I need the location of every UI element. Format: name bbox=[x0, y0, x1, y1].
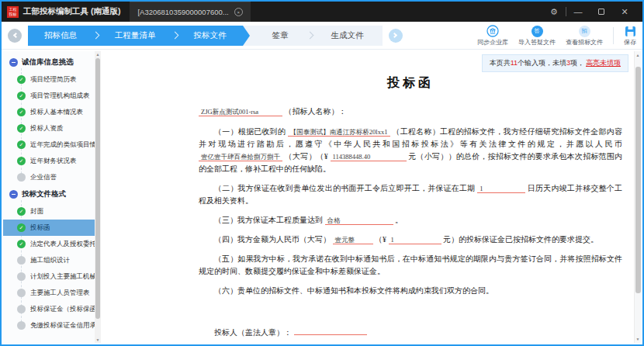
text-run: （大写）（¥ bbox=[285, 152, 328, 161]
sidebar-item-cover[interactable]: 封面 bbox=[3, 203, 95, 220]
settings-gear-icon[interactable]: ⚙ bbox=[542, 2, 566, 22]
minimize-button[interactable]: — bbox=[566, 2, 590, 22]
duration-days-field[interactable]: 1 bbox=[477, 185, 525, 193]
step-signature[interactable]: 签章 bbox=[254, 30, 307, 41]
qa-file-icon: 答 bbox=[531, 26, 543, 37]
text-run: （一）根据已收到的 bbox=[214, 127, 286, 136]
scroll-up-icon[interactable]: ▲ bbox=[95, 52, 101, 57]
close-button[interactable]: ✕ bbox=[613, 2, 636, 22]
step-generate-file[interactable]: 生成文件 bbox=[313, 30, 383, 41]
bond-number-field[interactable]: 1 bbox=[389, 236, 441, 244]
sidebar-item-bond-exemption[interactable]: 免缴投标保证金信用承诺书 bbox=[3, 317, 95, 334]
collapse-minus-icon[interactable] bbox=[9, 58, 18, 67]
paragraph-1: （一）根据已收到的 【国泰测试】南通江苏标桥20lxx1 （工程名称）工程的招标… bbox=[199, 126, 622, 175]
paragraph-2: （二）我方保证在收到贵单位发出的书面开工令后立即开工，并保证在工期 1 日历天内… bbox=[199, 182, 622, 207]
document-title: 投标函 bbox=[199, 73, 622, 93]
text-run: （三）我方保证本工程质量达到 bbox=[214, 216, 323, 224]
section-tree: 封面 投标函 法定代表人及授权委托书 施工组织设计 计划投入主要施工机械设...… bbox=[3, 203, 95, 334]
maximize-button[interactable] bbox=[590, 2, 613, 22]
sidebar-item-financial-status[interactable]: 近年财务状况表 bbox=[3, 153, 95, 169]
check-icon bbox=[17, 240, 26, 248]
sidebar-item-enterprise-credit[interactable]: 企业信誉 bbox=[3, 169, 95, 185]
recipient-line: ZJG新点测试001-rsa （招标人名称）： bbox=[199, 106, 622, 118]
sidebar-item-similar-projects[interactable]: 近年完成的类似项目情况表 bbox=[3, 137, 95, 153]
app-window: 工程 投标 工部投标编制工具 (南通版) [A32068103590000076… bbox=[0, 0, 644, 346]
chevron-right-icon bbox=[391, 33, 396, 38]
toolbar-button-label: 查看招标文件 bbox=[566, 38, 603, 47]
scroll-down-icon[interactable]: ▼ bbox=[95, 337, 101, 342]
scroll-up-icon[interactable]: ▲ bbox=[635, 53, 641, 57]
sidebar-item-pm-resume[interactable]: 项目经理简历表 bbox=[3, 71, 95, 88]
steps-next-button[interactable] bbox=[389, 29, 403, 43]
active-step-arrow bbox=[243, 26, 250, 46]
wizard-steps: 招标信息 工程量清单 投标文件 签章 生成文件 bbox=[28, 26, 383, 46]
window-controls: ⚙ — ✕ bbox=[542, 2, 636, 22]
paragraph-3: （三）我方保证本工程质量达到 合格 。 bbox=[199, 214, 622, 227]
section-title: 投标文件格式 bbox=[22, 189, 66, 199]
quality-standard-field[interactable]: 合格 bbox=[325, 216, 393, 225]
save-icon bbox=[625, 26, 636, 37]
project-tab[interactable]: [A3206810359000007600... × bbox=[130, 2, 250, 22]
bond-words-field[interactable]: 壹元整 bbox=[333, 236, 373, 244]
amount-words-field[interactable]: 壹亿壹千肆百叁拾捌万捌千 bbox=[199, 153, 282, 161]
check-icon bbox=[17, 124, 26, 133]
highlight-missing-link[interactable]: 高亮未填项 bbox=[586, 59, 621, 67]
content-scroll-thumb[interactable] bbox=[635, 67, 641, 293]
step-tender-info[interactable]: 招标信息 bbox=[28, 30, 93, 41]
sidebar-scroll-thumb[interactable] bbox=[95, 58, 100, 319]
sidebar-item-pm-org[interactable]: 项目管理机构组成表 bbox=[3, 88, 95, 104]
step-bid-document[interactable]: 投标文件 bbox=[178, 30, 243, 41]
scroll-down-icon[interactable]: ▼ bbox=[635, 337, 641, 341]
sidebar-section-bid-format[interactable]: 投标文件格式 bbox=[3, 185, 95, 203]
pending-circle-icon bbox=[17, 256, 26, 265]
sidebar-item-construction-org-design[interactable]: 施工组织设计 bbox=[3, 252, 95, 268]
check-icon bbox=[17, 157, 26, 165]
sidebar-item-bid-bond[interactable]: 投标保证金（投标保函） bbox=[3, 301, 95, 317]
sidebar-item-legal-rep-authorization[interactable]: 法定代表人及授权委托书 bbox=[3, 236, 95, 252]
title-bar: 工程 投标 工部投标编制工具 (南通版) [A32068103590000076… bbox=[2, 2, 642, 22]
import-qa-file-button[interactable]: 答 导入答疑文件 bbox=[518, 26, 556, 47]
sidebar-item-bidder-basic[interactable]: 投标人基本情况表 bbox=[3, 104, 95, 120]
text-run: 本页共 bbox=[490, 59, 511, 67]
bidder-seal-field[interactable] bbox=[294, 327, 367, 335]
sidebar-scrollbar[interactable]: ▲ ▼ bbox=[95, 51, 101, 343]
pending-circle-icon bbox=[17, 272, 26, 281]
text-run: 元）的投标保证金已按招标文件的要求提交。 bbox=[443, 235, 598, 244]
view-tender-file-button[interactable]: 招 查看招标文件 bbox=[566, 26, 603, 47]
paragraph-6: （六）贵单位的招标文件、中标通知书和本投标文件将构成约束我们双方的合同。 bbox=[199, 285, 622, 297]
collapse-minus-icon[interactable] bbox=[9, 190, 18, 199]
sidebar-item-planned-machinery[interactable]: 计划投入主要施工机械设... bbox=[3, 268, 95, 285]
signature-line: 投标人（盖法人章）： bbox=[199, 327, 622, 339]
section-tree: 项目经理简历表 项目管理机构组成表 投标人基本情况表 投标人资质 近年完成的类似… bbox=[3, 71, 95, 185]
save-button[interactable]: 保存 bbox=[624, 26, 636, 47]
chevron-left-icon bbox=[13, 33, 19, 38]
text-run: 项， bbox=[570, 59, 584, 67]
amount-number-field[interactable]: 114388448.40 bbox=[331, 153, 407, 161]
check-icon bbox=[17, 108, 26, 116]
maximize-icon bbox=[598, 9, 604, 15]
tenderer-name-field[interactable]: ZJG新点测试001-rsa bbox=[199, 108, 282, 116]
sidebar-item-bid-letter[interactable]: 投标函 bbox=[3, 220, 95, 236]
step-boq[interactable]: 工程量清单 bbox=[99, 30, 172, 41]
pending-circle-icon bbox=[17, 289, 26, 297]
project-tab-label: [A3206810359000007600... bbox=[137, 8, 228, 16]
sync-enterprise-icon bbox=[486, 25, 499, 37]
paragraph-5: （五）如果我方中标，我方承诺在收到中标通知书后，在中标通知书规定的期限内与贵方签… bbox=[199, 253, 622, 278]
sync-enterprise-button[interactable]: 同步企业库 bbox=[477, 25, 508, 47]
sidebar-item-bidder-qualification[interactable]: 投标人资质 bbox=[3, 120, 95, 137]
content-area: 本页共11个输入项，未填3项，高亮未填项 投标函 ZJG新点测试001-rsa … bbox=[101, 51, 641, 343]
view-tender-icon: 招 bbox=[579, 26, 590, 37]
check-icon bbox=[17, 75, 26, 84]
sidebar: 诚信库信息挑选 项目经理简历表 项目管理机构组成表 投标人基本情况表 投标人资质… bbox=[3, 51, 101, 343]
sidebar-item-key-staff[interactable]: 主要施工人员管理表 bbox=[3, 285, 95, 301]
tab-close-icon[interactable]: × bbox=[234, 8, 243, 16]
content-scrollbar[interactable]: ▲ ▼ bbox=[634, 51, 641, 343]
project-name-field[interactable]: 【国泰测试】南通江苏标桥20lxx1 bbox=[288, 128, 390, 137]
sidebar-section-credit-library[interactable]: 诚信库信息挑选 bbox=[3, 54, 95, 71]
steps-prev-button[interactable] bbox=[8, 29, 22, 43]
main-body: 诚信库信息挑选 项目经理简历表 项目管理机构组成表 投标人基本情况表 投标人资质… bbox=[3, 51, 641, 343]
text-run: （四）我方金额为人民币（大写） bbox=[214, 235, 331, 244]
pending-circle-icon bbox=[17, 321, 26, 330]
check-icon bbox=[17, 140, 26, 149]
text-run: 投标人（盖法人章）： bbox=[214, 328, 292, 337]
